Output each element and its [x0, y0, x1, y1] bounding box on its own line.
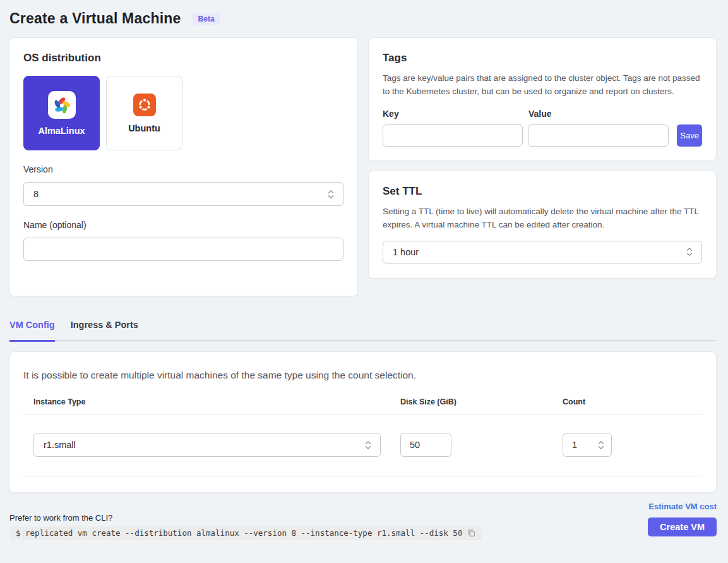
save-tag-button[interactable]: Save	[677, 124, 702, 147]
tags-form: Key Value Save	[383, 109, 702, 147]
ttl-card-title: Set TTL	[383, 185, 702, 198]
cli-command-bar: $ replicated vm create --distribution al…	[9, 526, 482, 540]
column-header-count: Count	[552, 397, 702, 415]
ttl-card-description: Setting a TTL (time to live) will automa…	[383, 205, 702, 232]
vm-config-description: It is possible to create multiple virtua…	[23, 370, 702, 381]
instance-type-value: r1.small	[44, 440, 76, 450]
config-tabs: VM Config Ingress & Ports	[9, 312, 717, 341]
estimate-vm-cost-link[interactable]: Estimate VM cost	[648, 502, 717, 511]
tags-inputs-row: Save	[383, 124, 702, 147]
page-footer: Prefer to work from the CLI? $ replicate…	[9, 502, 717, 540]
ubuntu-icon	[133, 94, 156, 116]
ttl-select[interactable]: 1 hour	[383, 241, 702, 263]
tags-card-title: Tags	[383, 52, 702, 64]
tags-labels: Key Value	[383, 109, 702, 119]
count-cell: 1	[552, 433, 702, 457]
tab-ingress-ports[interactable]: Ingress & Ports	[71, 312, 138, 342]
instance-type-select[interactable]: r1.small	[33, 433, 381, 457]
os-tile-ubuntu[interactable]: Ubuntu	[106, 76, 182, 150]
tags-card-description: Tags are key/value pairs that are assign…	[383, 72, 702, 99]
count-stepper[interactable]: 1	[563, 433, 612, 457]
cli-block: Prefer to work from the CLI? $ replicate…	[9, 513, 482, 540]
vm-config-table: Instance Type Disk Size (GiB) Count r1.s…	[23, 397, 702, 476]
tag-value-label: Value	[528, 109, 552, 119]
copy-icon[interactable]	[467, 528, 476, 538]
tag-value-input[interactable]	[528, 124, 669, 147]
tag-key-input[interactable]	[383, 124, 523, 147]
column-header-disk-size: Disk Size (GiB)	[390, 397, 552, 415]
name-label: Name (optional)	[23, 220, 343, 230]
instance-type-cell: r1.small	[23, 433, 390, 457]
os-tile-label-ubuntu: Ubuntu	[128, 123, 160, 133]
vm-config-card: It is possible to create multiple virtua…	[9, 351, 717, 493]
ubuntu-logo-box	[133, 94, 156, 116]
almalinux-logo-box	[48, 91, 76, 119]
os-tile-almalinux[interactable]: AlmaLinux	[23, 76, 100, 150]
chevron-updown-icon	[686, 246, 693, 257]
count-value: 1	[572, 440, 577, 450]
ttl-select-value: 1 hour	[393, 247, 419, 257]
create-vm-button[interactable]: Create VM	[648, 518, 717, 536]
page-header: Create a Virtual Machine Beta	[9, 10, 717, 27]
vm-table-header: Instance Type Disk Size (GiB) Count	[23, 397, 702, 415]
name-input[interactable]	[23, 238, 343, 261]
os-distribution-card: OS distribution	[9, 37, 358, 296]
create-vm-page: Create a Virtual Machine Beta OS distrib…	[0, 0, 728, 540]
stepper-updown-icon[interactable]	[597, 440, 605, 451]
set-ttl-card: Set TTL Setting a TTL (time to live) wil…	[368, 171, 717, 279]
column-header-instance-type: Instance Type	[23, 397, 390, 415]
os-tile-label-almalinux: AlmaLinux	[38, 126, 85, 136]
tag-key-label: Key	[383, 109, 528, 119]
vm-table-row: r1.small 1	[23, 415, 702, 476]
disk-size-input[interactable]	[400, 433, 451, 457]
os-card-title: OS distribution	[23, 52, 343, 64]
tags-card: Tags Tags are key/value pairs that are a…	[368, 37, 717, 161]
top-cards-row: OS distribution	[9, 37, 717, 296]
cli-command-text: $ replicated vm create --distribution al…	[16, 528, 462, 538]
almalinux-icon	[51, 94, 73, 116]
page-title: Create a Virtual Machine	[9, 10, 181, 27]
beta-badge: Beta	[193, 13, 220, 25]
os-tiles: AlmaLinux	[23, 76, 343, 150]
tab-vm-config[interactable]: VM Config	[9, 312, 55, 342]
version-select-value: 8	[33, 189, 39, 199]
chevron-updown-icon	[364, 440, 372, 451]
version-select[interactable]: 8	[23, 182, 343, 206]
footer-actions: Estimate VM cost Create VM	[648, 502, 717, 540]
version-label: Version	[23, 164, 343, 174]
cli-prompt-text: Prefer to work from the CLI?	[9, 513, 482, 523]
disk-size-cell	[390, 433, 552, 457]
chevron-updown-icon	[327, 189, 335, 200]
right-cards-column: Tags Tags are key/value pairs that are a…	[368, 37, 717, 296]
